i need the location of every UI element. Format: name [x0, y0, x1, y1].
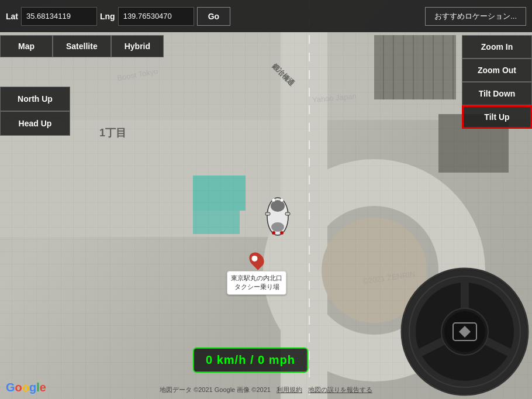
map-background[interactable]: Boost Tokyo Yahoo Japan ©2021 ZENRIN 1丁目… — [0, 0, 532, 399]
svg-rect-4 — [285, 212, 290, 215]
svg-point-2 — [271, 222, 284, 232]
svg-point-1 — [271, 200, 285, 212]
bottom-attribution: 地図データ ©2021 Google 画像 ©2021 利用規約 地図の誤りを報… — [160, 386, 372, 394]
steering-wheel — [398, 264, 532, 399]
zoom-in-button[interactable]: Zoom In — [462, 35, 532, 59]
map-data-text: 地図データ ©2021 Google 画像 ©2021 — [160, 386, 271, 394]
district-label: 1丁目 — [99, 126, 126, 140]
tilt-up-button[interactable]: Tilt Up — [462, 105, 532, 129]
tilt-down-button[interactable]: Tilt Down — [462, 82, 532, 105]
top-bar: Lat Lng Go おすすめロケーション... — [0, 0, 532, 32]
report-link[interactable]: 地図の誤りを報告する — [308, 386, 372, 394]
google-brand: Google — [6, 381, 46, 394]
recommend-button[interactable]: おすすめロケーション... — [425, 7, 526, 26]
lng-label: Lng — [100, 12, 115, 21]
location-label: 東京駅丸の内北口 タクシー乗り場 — [227, 271, 286, 295]
map-button[interactable]: Map — [0, 35, 53, 57]
north-up-button[interactable]: North Up — [0, 87, 70, 111]
map-type-bar: Map Satellite Hybrid — [0, 35, 164, 57]
svg-point-7 — [272, 231, 275, 235]
lat-input[interactable] — [21, 7, 97, 26]
head-up-button[interactable]: Head Up — [0, 111, 70, 136]
hybrid-button[interactable]: Hybrid — [111, 35, 164, 57]
car-icon — [263, 193, 292, 240]
location-marker[interactable]: 東京駅丸の内北口 タクシー乗り場 — [227, 252, 286, 295]
left-buttons: North Up Head Up — [0, 87, 70, 136]
svg-point-6 — [280, 198, 284, 202]
zoom-out-button[interactable]: Zoom Out — [462, 59, 532, 82]
svg-point-8 — [280, 231, 284, 235]
svg-point-5 — [272, 198, 275, 202]
lat-label: Lat — [6, 12, 18, 21]
go-button[interactable]: Go — [197, 7, 230, 26]
lng-input[interactable] — [118, 7, 194, 26]
satellite-button[interactable]: Satellite — [53, 35, 111, 57]
terms-link[interactable]: 利用規約 — [277, 386, 302, 394]
speed-display: 0 km/h / 0 mph — [193, 348, 308, 373]
svg-rect-3 — [265, 212, 270, 215]
right-buttons: Zoom In Zoom Out Tilt Down Tilt Up — [462, 35, 532, 129]
